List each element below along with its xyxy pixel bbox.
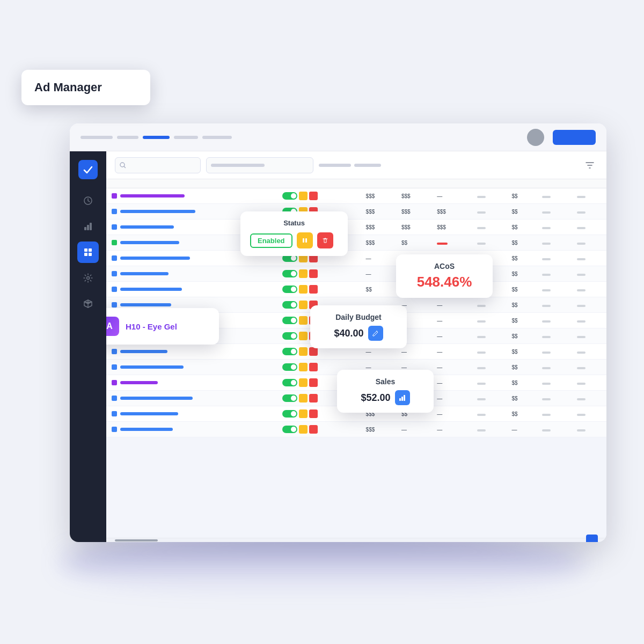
cell-ss: $$: [507, 188, 537, 204]
cell-ss: $$: [507, 297, 537, 313]
cell-money3: —: [431, 422, 471, 437]
col-header-status: [277, 179, 360, 188]
cell-ss: $$: [507, 406, 537, 422]
cell-status[interactable]: [277, 282, 360, 297]
cell-money3: —: [431, 391, 471, 406]
cell-name: [106, 375, 277, 391]
cell-metric: [472, 188, 507, 204]
cell-money3: $$$: [431, 204, 471, 219]
cell-metric: [472, 297, 507, 313]
sidebar-item-clock[interactable]: [77, 190, 99, 211]
daily-budget-value-row: $40.00: [320, 326, 397, 341]
cell-name: [106, 266, 277, 282]
cell-dash2: [572, 328, 606, 344]
cell-metric: [472, 235, 507, 251]
cell-dash1: [537, 344, 572, 360]
cell-money3: [431, 235, 471, 251]
cell-status[interactable]: [277, 188, 360, 204]
sidebar-logo[interactable]: [78, 160, 98, 179]
tab-pill-1[interactable]: [80, 136, 113, 139]
cell-dash1: [537, 391, 572, 406]
table-row: $$$$$$$: [106, 235, 606, 251]
cell-name: [106, 422, 277, 437]
user-avatar[interactable]: [527, 129, 544, 146]
cell-dash1: [537, 266, 572, 282]
cell-status[interactable]: [277, 266, 360, 282]
table-row: ———$$: [106, 251, 606, 266]
daily-budget-card: Daily Budget $40.00: [310, 305, 407, 348]
cell-money2: $$$: [396, 219, 431, 235]
col-header-metric2: [507, 179, 537, 188]
cell-metric: [472, 204, 507, 219]
col-header-metric4: [572, 179, 606, 188]
product-icon: A: [106, 317, 119, 336]
sidebar-item-chart[interactable]: [77, 216, 99, 237]
cell-name: [106, 406, 277, 422]
daily-budget-label: Daily Budget: [320, 313, 397, 321]
scrollbar-thumb[interactable]: [115, 539, 158, 541]
cell-ss: $$: [507, 266, 537, 282]
cell-dash1: [537, 282, 572, 297]
search-box-2[interactable]: [206, 157, 313, 173]
table-row: $$$$$$$$$$$: [106, 204, 606, 219]
col-header-metric1: [472, 179, 507, 188]
filter-pill-2: [354, 164, 381, 167]
filter-button[interactable]: [582, 157, 598, 173]
enabled-badge[interactable]: Enabled: [250, 233, 292, 248]
cell-dash1: [537, 297, 572, 313]
cell-dash2: [572, 344, 606, 360]
svg-rect-1: [84, 227, 86, 230]
status-row: Enabled: [250, 232, 338, 248]
tab-pill-2[interactable]: [117, 136, 138, 139]
pause-button[interactable]: [297, 232, 313, 248]
cell-money1: $$: [361, 282, 396, 297]
daily-budget-edit-button[interactable]: [368, 326, 383, 341]
tab-pill-3-active[interactable]: [143, 136, 170, 139]
sidebar-item-box[interactable]: [77, 293, 99, 314]
delete-button[interactable]: [317, 232, 333, 248]
daily-budget-value: $40.00: [334, 328, 363, 339]
scrollbar-track: [106, 538, 606, 542]
cell-money3: —: [431, 375, 471, 391]
cell-dash1: [537, 235, 572, 251]
svg-rect-6: [84, 253, 87, 256]
cta-button[interactable]: [553, 130, 596, 145]
sales-value-row: $52.00: [347, 390, 424, 405]
sidebar-item-settings[interactable]: [77, 267, 99, 289]
cell-metric: [472, 219, 507, 235]
cell-money3: —: [431, 344, 471, 360]
sales-chart-button[interactable]: [395, 390, 410, 405]
cell-money3: —: [431, 297, 471, 313]
col-header-sales: [396, 179, 431, 188]
search-pill: [211, 164, 265, 167]
sales-label: Sales: [347, 377, 424, 386]
cell-metric: [472, 391, 507, 406]
cell-ss: $$: [507, 328, 537, 344]
tab-pill-4[interactable]: [174, 136, 198, 139]
col-header-acos: [431, 179, 471, 188]
cell-ss: —: [507, 422, 537, 437]
cell-metric: [472, 328, 507, 344]
browser-topbar: [70, 123, 606, 151]
col-header-name: [106, 179, 277, 188]
svg-rect-11: [305, 238, 307, 243]
cell-dash1: [537, 219, 572, 235]
product-name: H10 - Eye Gel: [126, 322, 177, 331]
cell-ss: $$: [507, 313, 537, 328]
cell-status[interactable]: [277, 422, 360, 437]
cell-dash2: [572, 204, 606, 219]
cell-name: [106, 391, 277, 406]
svg-point-8: [87, 277, 90, 280]
cell-dash2: [572, 266, 606, 282]
cell-ss: $$: [507, 391, 537, 406]
cell-dash1: [537, 188, 572, 204]
svg-rect-5: [89, 248, 92, 252]
sales-value: $52.00: [361, 392, 390, 404]
cell-dash1: [537, 422, 572, 437]
table-row: $$$———: [106, 422, 606, 437]
acos-card: ACoS 548.46%: [396, 254, 493, 298]
sidebar-item-grid[interactable]: [77, 241, 99, 263]
tab-pill-5[interactable]: [202, 136, 232, 139]
search-box-1[interactable]: [115, 157, 201, 173]
cell-money1: $$$: [361, 219, 396, 235]
